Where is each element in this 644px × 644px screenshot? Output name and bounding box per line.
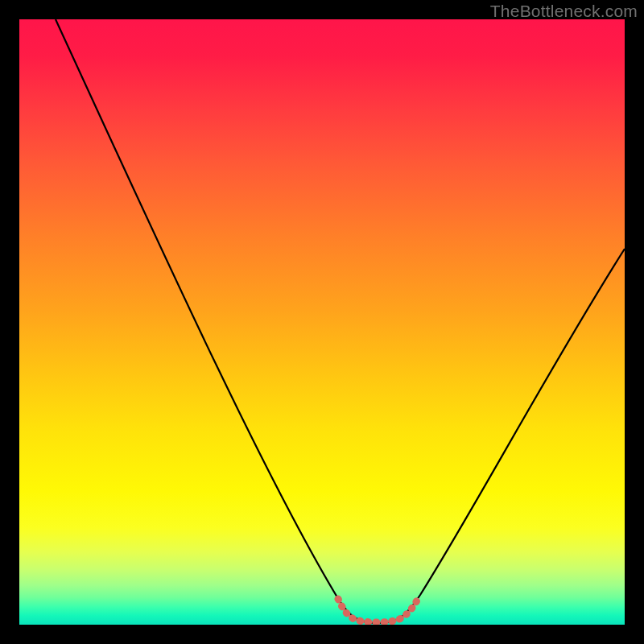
bottleneck-curve <box>56 19 625 623</box>
watermark-text: TheBottleneck.com <box>490 2 638 21</box>
chart-frame: TheBottleneck.com <box>0 0 644 644</box>
curve-layer <box>19 19 625 625</box>
plot-area <box>19 19 625 625</box>
optimal-range-marker <box>338 599 418 622</box>
